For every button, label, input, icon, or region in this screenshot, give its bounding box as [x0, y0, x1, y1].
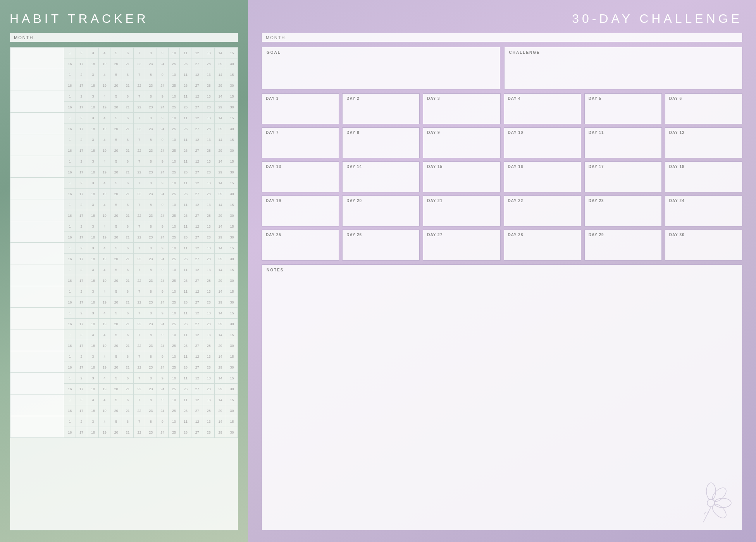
- day-number[interactable]: 26: [180, 362, 191, 373]
- day-number[interactable]: 2: [76, 243, 87, 254]
- day-number[interactable]: 14: [215, 48, 226, 58]
- day-number[interactable]: 27: [191, 167, 203, 178]
- day-number[interactable]: 4: [99, 329, 110, 340]
- day-number[interactable]: 3: [87, 286, 99, 297]
- day-number[interactable]: 6: [122, 178, 134, 189]
- day-number[interactable]: 28: [203, 254, 215, 264]
- day-number[interactable]: 17: [76, 405, 87, 416]
- day-number[interactable]: 27: [191, 123, 203, 134]
- day-number[interactable]: 27: [191, 232, 203, 243]
- day-number[interactable]: 19: [99, 210, 110, 221]
- day-number[interactable]: 10: [168, 156, 180, 167]
- day-number[interactable]: 27: [191, 384, 203, 394]
- day-number[interactable]: 23: [145, 210, 157, 221]
- day-number[interactable]: 6: [122, 69, 134, 80]
- day-number[interactable]: 9: [157, 113, 168, 123]
- day-number[interactable]: 15: [226, 351, 238, 362]
- day-cell[interactable]: DAY 19: [262, 196, 339, 226]
- day-number[interactable]: 30: [226, 189, 238, 199]
- day-number[interactable]: 11: [180, 156, 191, 167]
- day-number[interactable]: 20: [110, 405, 122, 416]
- day-number[interactable]: 3: [87, 329, 99, 340]
- day-number[interactable]: 22: [133, 427, 145, 438]
- day-number[interactable]: 11: [180, 243, 191, 254]
- day-number[interactable]: 27: [191, 210, 203, 221]
- day-number[interactable]: 12: [191, 199, 203, 210]
- day-number[interactable]: 7: [133, 113, 145, 123]
- day-number[interactable]: 6: [122, 329, 134, 340]
- day-number[interactable]: 8: [145, 308, 157, 319]
- day-number[interactable]: 27: [191, 340, 203, 351]
- day-number[interactable]: 20: [110, 189, 122, 199]
- day-number[interactable]: 20: [110, 145, 122, 156]
- goal-box[interactable]: GOAL: [262, 47, 500, 89]
- day-number[interactable]: 23: [145, 189, 157, 199]
- day-number[interactable]: 18: [87, 254, 99, 264]
- day-number[interactable]: 30: [226, 405, 238, 416]
- day-number[interactable]: 3: [87, 113, 99, 123]
- day-number[interactable]: 8: [145, 69, 157, 80]
- day-number[interactable]: 8: [145, 243, 157, 254]
- day-number[interactable]: 27: [191, 297, 203, 308]
- day-number[interactable]: 21: [122, 384, 134, 394]
- day-number[interactable]: 3: [87, 69, 99, 80]
- day-number[interactable]: 21: [122, 102, 134, 113]
- day-number[interactable]: 30: [226, 297, 238, 308]
- day-number[interactable]: 30: [226, 80, 238, 91]
- day-number[interactable]: 23: [145, 145, 157, 156]
- day-number[interactable]: 22: [133, 319, 145, 329]
- day-number[interactable]: 4: [99, 221, 110, 232]
- day-number[interactable]: 11: [180, 48, 191, 58]
- day-number[interactable]: 9: [157, 308, 168, 319]
- day-number[interactable]: 9: [157, 243, 168, 254]
- day-number[interactable]: 19: [99, 405, 110, 416]
- day-number[interactable]: 29: [215, 232, 226, 243]
- day-number[interactable]: 2: [76, 221, 87, 232]
- day-number[interactable]: 18: [87, 297, 99, 308]
- day-number[interactable]: 16: [64, 102, 76, 113]
- day-number[interactable]: 25: [168, 427, 180, 438]
- day-number[interactable]: 28: [203, 189, 215, 199]
- day-number[interactable]: 18: [87, 275, 99, 286]
- day-cell[interactable]: DAY 27: [423, 230, 500, 261]
- day-number[interactable]: 30: [226, 254, 238, 264]
- day-number[interactable]: 21: [122, 254, 134, 264]
- day-number[interactable]: 6: [122, 264, 134, 275]
- day-number[interactable]: 26: [180, 167, 191, 178]
- day-number[interactable]: 25: [168, 145, 180, 156]
- day-number[interactable]: 5: [110, 91, 122, 102]
- day-number[interactable]: 28: [203, 80, 215, 91]
- day-number[interactable]: 19: [99, 362, 110, 373]
- day-number[interactable]: 8: [145, 394, 157, 405]
- day-number[interactable]: 11: [180, 91, 191, 102]
- day-number[interactable]: 26: [180, 340, 191, 351]
- day-number[interactable]: 4: [99, 243, 110, 254]
- day-number[interactable]: 4: [99, 199, 110, 210]
- challenge-box[interactable]: CHALLENGE: [504, 47, 743, 89]
- day-number[interactable]: 22: [133, 123, 145, 134]
- day-number[interactable]: 9: [157, 416, 168, 427]
- day-number[interactable]: 14: [215, 134, 226, 145]
- day-number[interactable]: 17: [76, 232, 87, 243]
- day-number[interactable]: 6: [122, 134, 134, 145]
- day-number[interactable]: 21: [122, 427, 134, 438]
- day-number[interactable]: 7: [133, 48, 145, 58]
- day-number[interactable]: 5: [110, 264, 122, 275]
- notes-box[interactable]: NOTES: [262, 264, 742, 530]
- day-number[interactable]: 8: [145, 199, 157, 210]
- day-number[interactable]: 26: [180, 145, 191, 156]
- day-number[interactable]: 3: [87, 351, 99, 362]
- day-number[interactable]: 29: [215, 189, 226, 199]
- day-number[interactable]: 10: [168, 264, 180, 275]
- day-cell[interactable]: DAY 16: [504, 161, 581, 192]
- day-number[interactable]: 27: [191, 319, 203, 329]
- day-number[interactable]: 4: [99, 373, 110, 384]
- day-number[interactable]: 2: [76, 48, 87, 58]
- day-number[interactable]: 13: [203, 308, 215, 319]
- day-number[interactable]: 28: [203, 167, 215, 178]
- day-number[interactable]: 9: [157, 351, 168, 362]
- day-number[interactable]: 17: [76, 362, 87, 373]
- day-number[interactable]: 12: [191, 264, 203, 275]
- day-cell[interactable]: DAY 30: [665, 230, 742, 261]
- day-number[interactable]: 10: [168, 373, 180, 384]
